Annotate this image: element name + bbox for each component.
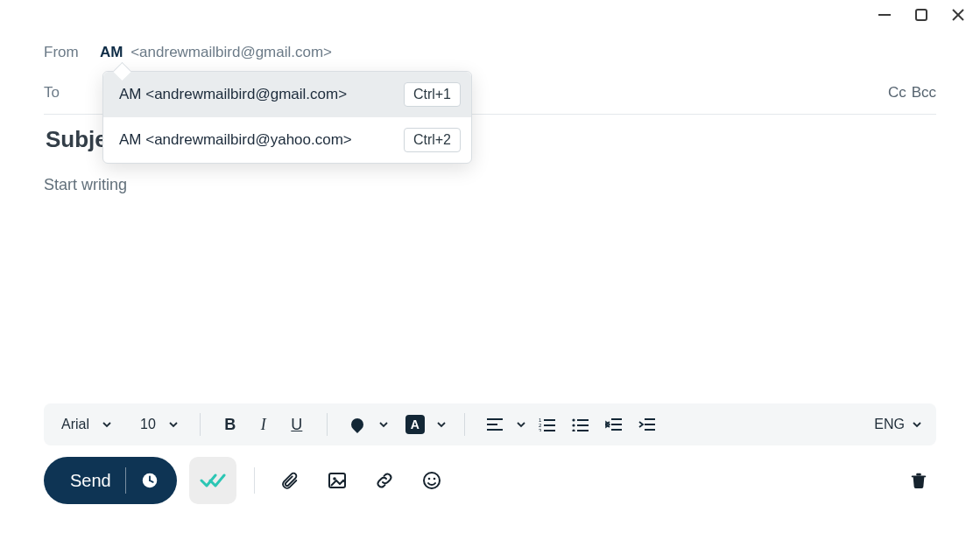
chevron-down-icon[interactable] [516,419,526,430]
image-icon [327,470,348,491]
chevron-down-icon [912,419,922,430]
account-option-1[interactable]: AM <andrewmailbird@gmail.com> Ctrl+1 [103,72,471,117]
action-bar: Send [44,456,936,505]
drop-icon [349,416,366,433]
chevron-down-icon[interactable] [436,419,447,430]
separator [327,413,328,436]
attach-button[interactable] [272,463,307,498]
insert-link-button[interactable] [367,463,402,498]
svg-rect-34 [916,473,921,476]
font-family-select[interactable]: Arial [58,417,116,432]
schedule-icon[interactable] [140,471,159,490]
svg-point-32 [427,478,430,480]
read-receipt-button[interactable] [189,457,236,504]
emoji-button[interactable] [414,463,449,498]
format-toolbar: Arial 10 B I U A 1 2 3 [44,403,936,445]
separator [464,413,465,436]
bcc-button[interactable]: Bcc [912,84,936,102]
bullet-list-button[interactable] [568,410,593,438]
svg-point-17 [572,429,575,431]
outdent-button[interactable] [602,410,626,438]
insert-image-button[interactable] [320,463,355,498]
numbered-list-button[interactable]: 1 2 3 [535,410,560,438]
svg-text:3: 3 [539,428,542,431]
account-option-shortcut: Ctrl+1 [404,82,461,107]
account-option-shortcut: Ctrl+2 [404,128,461,152]
account-option-2[interactable]: AM <andrewmailbird@yahoo.com> Ctrl+2 [103,117,471,163]
chevron-down-icon [102,419,112,430]
body-placeholder: Start writing [44,176,127,193]
font-size-select[interactable]: 10 [137,417,182,432]
font-family-value: Arial [61,417,89,432]
svg-point-13 [572,418,575,421]
indent-icon [638,417,656,431]
from-account-selector[interactable]: AM <andrewmailbird@gmail.com> [100,44,332,61]
to-label: To [44,84,100,102]
from-account-dropdown: AM <andrewmailbird@gmail.com> Ctrl+1 AM … [102,71,472,164]
font-size-value: 10 [140,417,156,432]
svg-point-15 [572,424,575,426]
svg-rect-35 [912,476,927,478]
minimize-button[interactable] [877,7,892,23]
language-value: ENG [874,417,905,432]
from-email: <andrewmailbird@gmail.com> [130,44,332,60]
underline-button[interactable]: U [285,410,309,438]
double-check-icon [200,472,226,489]
body-editor[interactable]: Start writing [0,164,980,339]
bullet-list-icon [572,417,589,431]
from-label: From [44,44,100,61]
close-button[interactable] [950,7,966,23]
align-left-icon [486,417,504,431]
discard-button[interactable] [901,463,936,498]
highlight-color-button[interactable]: A [403,410,427,438]
separator [254,467,255,494]
from-row: From AM <andrewmailbird@gmail.com> [0,33,980,72]
svg-rect-1 [916,10,927,20]
account-option-label: AM <andrewmailbird@gmail.com> [119,86,347,103]
svg-point-31 [424,473,440,488]
separator [200,413,201,436]
emoji-icon [421,470,442,491]
numbered-list-icon: 1 2 3 [539,417,556,431]
from-initials: AM [100,44,123,60]
language-select[interactable]: ENG [874,417,922,432]
maximize-button[interactable] [913,7,929,23]
window-controls [877,7,966,23]
chevron-down-icon[interactable] [378,419,389,430]
link-icon [374,470,395,491]
chevron-down-icon [168,419,179,430]
account-option-label: AM <andrewmailbird@yahoo.com> [119,131,352,149]
paperclip-icon [280,470,300,491]
text-color-button[interactable] [345,410,370,438]
highlight-icon: A [405,415,425,434]
separator [125,467,126,494]
bold-button[interactable]: B [218,410,243,438]
svg-point-30 [333,477,336,480]
align-button[interactable] [483,410,507,438]
outdent-icon [605,417,623,431]
indent-button[interactable] [635,410,659,438]
italic-button[interactable]: I [251,410,276,438]
cc-button[interactable]: Cc [888,84,906,102]
trash-icon [909,470,928,491]
send-button[interactable]: Send [44,457,177,504]
send-label: Send [70,471,111,491]
svg-point-33 [433,478,435,480]
